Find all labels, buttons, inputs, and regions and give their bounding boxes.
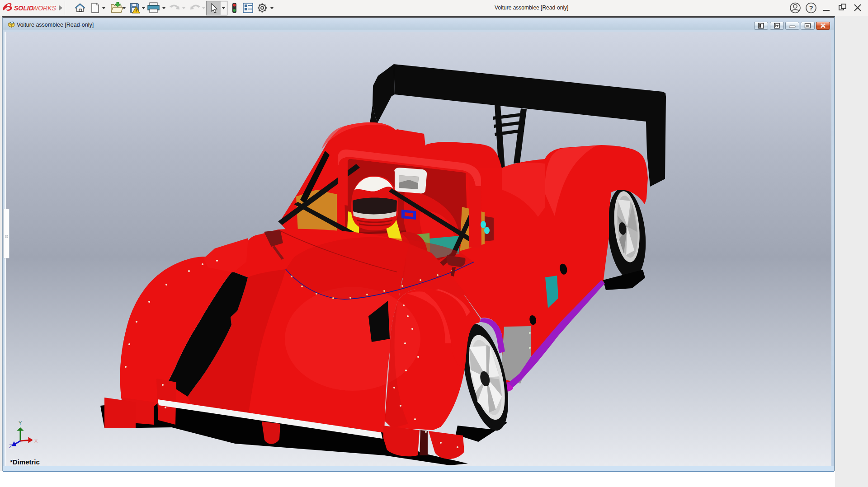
svg-text:?: ? [809,4,813,12]
svg-text:Z: Z [9,444,12,449]
svg-text:WORKS: WORKS [32,5,57,12]
svg-text:SOLID: SOLID [14,5,33,12]
svg-text:X: X [34,438,38,444]
svg-text:Y: Y [19,420,22,426]
svg-text:*Dimetric: *Dimetric [10,458,40,466]
